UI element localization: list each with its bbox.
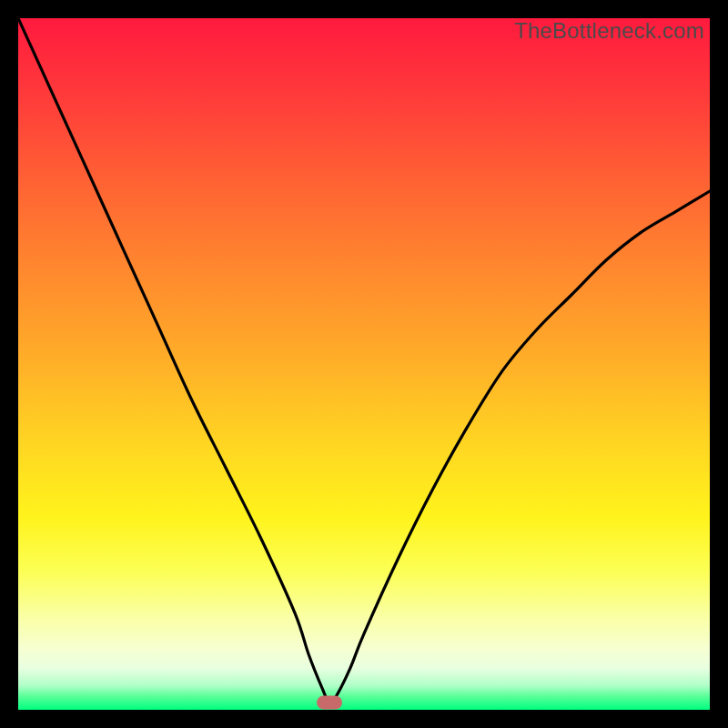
plot-frame: TheBottleneck.com	[18, 18, 710, 710]
curve-path	[18, 18, 710, 703]
optimal-point-marker	[317, 696, 342, 710]
bottleneck-curve	[18, 18, 710, 710]
